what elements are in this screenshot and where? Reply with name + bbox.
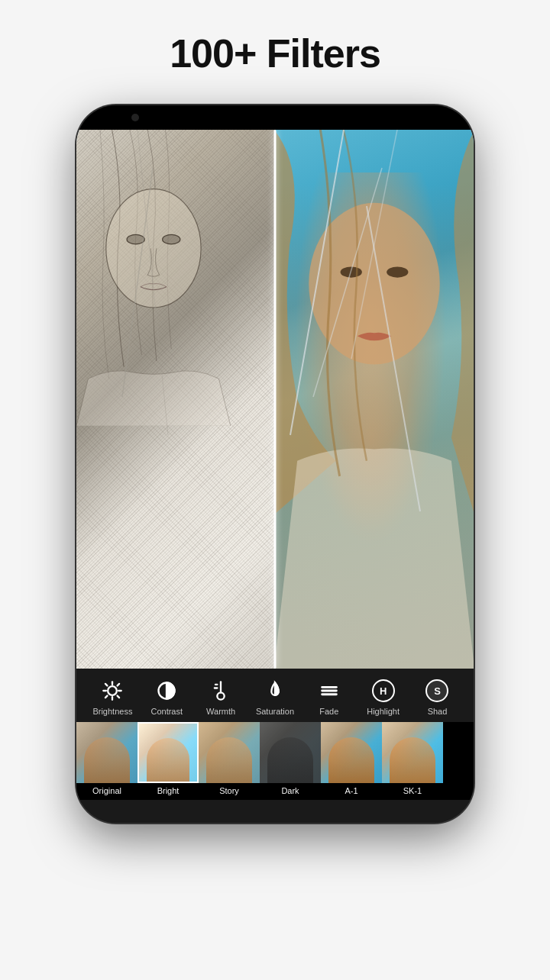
thumb-person — [84, 737, 130, 783]
filter-bright-thumb — [138, 722, 199, 783]
svg-line-11 — [138, 130, 168, 435]
svg-line-9 — [351, 130, 397, 359]
filter-dark-thumb — [260, 722, 321, 783]
svg-line-6 — [290, 130, 344, 435]
thumb-person — [390, 737, 435, 783]
photo-area[interactable] — [76, 130, 474, 669]
brightness-label: Brightness — [92, 707, 132, 716]
thumb-person — [267, 737, 313, 783]
svg-line-8 — [367, 206, 420, 511]
svg-point-12 — [108, 686, 118, 695]
phone-mockup: Brightness Contrast — [61, 98, 489, 830]
saturation-label: Saturation — [256, 707, 294, 716]
shadow-label: Shad — [428, 707, 448, 716]
tool-warmth[interactable]: Warmth — [196, 678, 245, 716]
filter-bright[interactable]: Bright — [138, 722, 199, 800]
saturation-icon — [262, 678, 288, 704]
page-title: 100+ Filters — [170, 31, 380, 76]
filter-a1[interactable]: A-1 — [321, 722, 382, 800]
filter-sk1-label: SK-1 — [382, 783, 443, 800]
tools-row: Brightness Contrast — [79, 678, 471, 716]
svg-line-19 — [118, 684, 119, 685]
phone-notch — [229, 110, 321, 125]
warmth-label: Warmth — [206, 707, 235, 716]
fade-icon — [316, 678, 342, 704]
svg-line-10 — [122, 168, 153, 397]
svg-line-20 — [105, 696, 107, 698]
filter-a1-label: A-1 — [321, 783, 382, 800]
filter-story-thumb — [199, 722, 260, 783]
tool-highlight[interactable]: Highlight — [359, 678, 408, 716]
svg-line-18 — [118, 696, 119, 698]
highlight-label: Highlight — [367, 707, 400, 716]
warmth-icon — [208, 678, 234, 704]
filter-sk1-thumb — [382, 722, 443, 783]
filter-original-thumb — [76, 722, 138, 783]
filter-dark-label: Dark — [260, 783, 321, 800]
tool-saturation[interactable]: Saturation — [251, 678, 299, 716]
filter-story[interactable]: Story — [199, 722, 260, 800]
thumb-person — [328, 737, 374, 783]
tool-fade[interactable]: Fade — [305, 678, 354, 716]
tool-contrast[interactable]: Contrast — [142, 678, 191, 716]
phone-top-bar — [76, 105, 474, 130]
svg-line-17 — [105, 684, 107, 685]
before-after-divider[interactable] — [274, 130, 277, 669]
filter-sk1[interactable]: SK-1 — [382, 722, 443, 800]
filter-dark[interactable]: Dark — [260, 722, 321, 800]
front-camera — [131, 114, 139, 121]
tool-brightness[interactable]: Brightness — [88, 678, 137, 716]
fade-label: Fade — [319, 707, 338, 716]
filter-original-label: Original — [76, 783, 138, 800]
svg-line-7 — [313, 168, 382, 397]
tools-bar: Brightness Contrast — [76, 669, 474, 722]
contrast-label: Contrast — [150, 707, 183, 716]
filter-original[interactable]: Original — [76, 722, 138, 800]
highlight-icon — [370, 678, 396, 704]
filter-bright-label: Bright — [138, 783, 199, 800]
brightness-icon — [99, 678, 125, 704]
filter-a1-thumb — [321, 722, 382, 783]
contrast-icon — [154, 678, 180, 704]
svg-point-22 — [217, 692, 224, 699]
phone-bottom — [76, 800, 474, 823]
filter-story-label: Story — [199, 783, 260, 800]
shadow-icon — [424, 678, 450, 704]
thumb-person — [206, 737, 252, 783]
thumb-person — [147, 738, 189, 782]
phone-body: Brightness Contrast — [76, 105, 474, 823]
filters-row[interactable]: Original Bright Story Dark — [76, 722, 474, 800]
tool-shadow[interactable]: Shad — [412, 678, 461, 716]
